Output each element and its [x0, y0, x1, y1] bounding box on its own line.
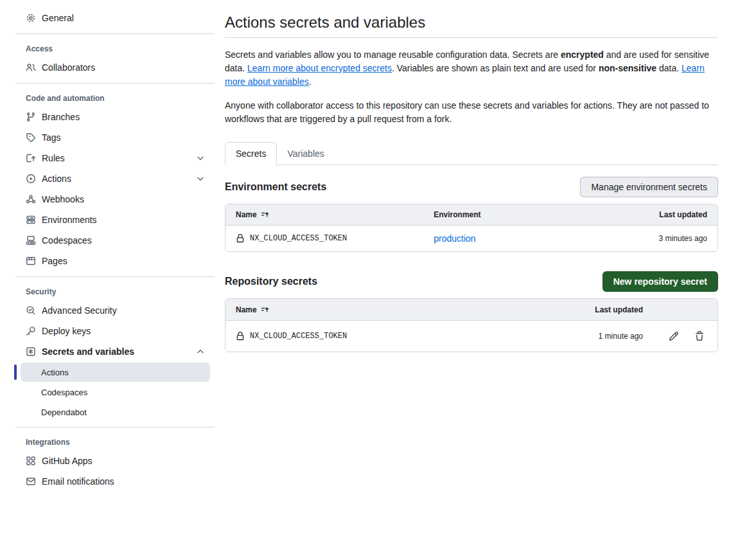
sidebar-item-label: Environments	[42, 215, 97, 225]
sidebar-subitem-dependabot[interactable]: Dependabot	[21, 402, 210, 422]
intro-text: .	[309, 76, 312, 87]
sidebar-item-label: Tags	[42, 132, 61, 143]
sidebar-item-environments[interactable]: Environments	[15, 210, 215, 230]
sidebar-section-security: Security	[15, 282, 215, 300]
secret-name: NX_CLOUD_ACCESS_TOKEN	[250, 332, 347, 341]
repository-secrets-table: Name Last updated NX_CLOUD_ACCESS_TOKEN …	[225, 298, 718, 352]
intro-section: Secrets and variables allow you to manag…	[225, 48, 718, 126]
sidebar-item-branches[interactable]: Branches	[15, 107, 215, 127]
sidebar-item-label: Advanced Security	[42, 305, 117, 316]
key-asterisk-icon	[26, 346, 36, 357]
sidebar-item-label: Deploy keys	[42, 326, 91, 336]
sidebar-item-label: Codespaces	[42, 235, 92, 246]
secret-name: NX_CLOUD_ACCESS_TOKEN	[250, 234, 347, 243]
intro-bold-non-sensitive: non-sensitive	[599, 63, 656, 73]
sidebar-section-code-automation: Code and automation	[15, 89, 215, 107]
gear-icon	[26, 13, 36, 23]
sort-ascending-icon[interactable]	[261, 210, 270, 219]
secrets-variables-tabnav: Secrets Variables	[225, 142, 718, 165]
sidebar-item-actions[interactable]: Actions	[15, 168, 215, 189]
repository-secrets-header: Repository secrets New repository secret	[225, 271, 718, 292]
sidebar-item-github-apps[interactable]: GitHub Apps	[15, 451, 215, 471]
environment-secrets-heading: Environment secrets	[225, 181, 326, 193]
intro-paragraph-2: Anyone with collaborator access to this …	[225, 99, 718, 126]
environment-secrets-table-header: Name Environment Last updated	[225, 204, 717, 226]
people-icon	[26, 62, 36, 73]
sidebar-item-webhooks[interactable]: Webhooks	[15, 189, 215, 210]
git-branch-icon	[26, 112, 36, 122]
sidebar-item-label: Pages	[42, 256, 67, 266]
chevron-up-icon	[196, 347, 205, 356]
sidebar-section-integrations: Integrations	[15, 433, 215, 451]
sidebar-subitem-label: Dependabot	[41, 408, 87, 417]
column-header-last-updated: Last updated	[601, 210, 707, 219]
chevron-down-icon	[196, 154, 205, 163]
trash-icon[interactable]	[694, 331, 705, 341]
sidebar-item-secrets-and-variables[interactable]: Secrets and variables	[15, 341, 215, 362]
sidebar-divider	[15, 83, 215, 84]
sidebar-item-label: Email notifications	[42, 476, 114, 487]
key-icon	[26, 326, 36, 336]
sidebar-item-label: Actions	[42, 174, 71, 184]
sidebar-section-access: Access	[15, 39, 215, 57]
codescan-icon	[26, 305, 36, 316]
webhook-icon	[26, 194, 36, 204]
play-icon	[26, 174, 36, 184]
column-header-name[interactable]: Name	[236, 210, 257, 219]
intro-bold-encrypted: encrypted	[561, 49, 604, 60]
rules-icon	[26, 153, 36, 163]
new-repository-secret-button[interactable]: New repository secret	[602, 271, 718, 292]
sidebar-item-advanced-security[interactable]: Advanced Security	[15, 300, 215, 321]
sidebar-item-collaborators[interactable]: Collaborators	[15, 57, 215, 78]
browser-icon	[26, 256, 36, 266]
column-header-environment: Environment	[434, 210, 601, 219]
chevron-down-icon	[196, 174, 205, 183]
server-icon	[26, 215, 36, 225]
sidebar-item-general[interactable]: General	[15, 8, 215, 28]
environment-link[interactable]: production	[434, 233, 475, 244]
intro-paragraph-1: Secrets and variables allow you to manag…	[225, 48, 718, 89]
intro-text: data.	[656, 63, 681, 73]
codespaces-icon	[26, 235, 36, 246]
tab-variables[interactable]: Variables	[277, 143, 334, 165]
sidebar-item-rules[interactable]: Rules	[15, 148, 215, 168]
intro-text: Secrets and variables allow you to manag…	[225, 49, 561, 60]
sort-ascending-icon[interactable]	[261, 305, 270, 314]
sidebar-subitem-label: Actions	[41, 368, 69, 377]
sidebar-item-label: Secrets and variables	[42, 346, 134, 357]
tab-secrets[interactable]: Secrets	[225, 142, 277, 165]
sidebar-item-label: General	[42, 13, 74, 23]
sidebar-divider	[15, 427, 215, 427]
environment-secrets-table: Name Environment Last updated NX_CLOUD_A…	[225, 204, 718, 252]
sidebar-item-tags[interactable]: Tags	[15, 127, 215, 148]
sidebar-item-deploy-keys[interactable]: Deploy keys	[15, 321, 215, 341]
sidebar-item-label: Rules	[42, 153, 65, 163]
sidebar-item-pages[interactable]: Pages	[15, 251, 215, 271]
environment-secret-row: NX_CLOUD_ACCESS_TOKEN production 3 minut…	[225, 226, 717, 251]
settings-sidebar: General Access Collaborators Code and au…	[0, 0, 215, 538]
sidebar-item-codespaces[interactable]: Codespaces	[15, 230, 215, 251]
intro-text: . Variables are shown as plain text and …	[392, 63, 599, 73]
link-learn-encrypted-secrets[interactable]: Learn more about encrypted secrets	[247, 63, 392, 73]
sidebar-subitem-actions[interactable]: Actions	[21, 363, 210, 382]
secret-last-updated: 3 minutes ago	[601, 234, 707, 243]
sidebar-subitem-label: Codespaces	[41, 388, 87, 397]
sidebar-item-label: Branches	[42, 112, 80, 122]
page-title: Actions secrets and variables	[225, 13, 718, 38]
sidebar-item-label: Webhooks	[42, 194, 84, 204]
mail-icon	[26, 476, 36, 487]
sidebar-subitem-codespaces[interactable]: Codespaces	[21, 382, 210, 402]
settings-main-content: Actions secrets and variables Secrets an…	[225, 0, 718, 538]
pencil-icon[interactable]	[669, 331, 679, 341]
apps-icon	[26, 456, 36, 466]
tag-icon	[26, 132, 36, 143]
sidebar-item-label: GitHub Apps	[42, 456, 92, 466]
repository-secret-row: NX_CLOUD_ACCESS_TOKEN 1 minute ago	[225, 321, 717, 352]
manage-environment-secrets-button[interactable]: Manage environment secrets	[580, 177, 718, 197]
column-header-last-updated: Last updated	[540, 305, 643, 314]
repository-secrets-heading: Repository secrets	[225, 276, 317, 287]
lock-icon	[236, 332, 245, 341]
column-header-name[interactable]: Name	[236, 305, 257, 314]
repository-secrets-table-header: Name Last updated	[225, 299, 717, 321]
sidebar-item-email-notifications[interactable]: Email notifications	[15, 471, 215, 492]
